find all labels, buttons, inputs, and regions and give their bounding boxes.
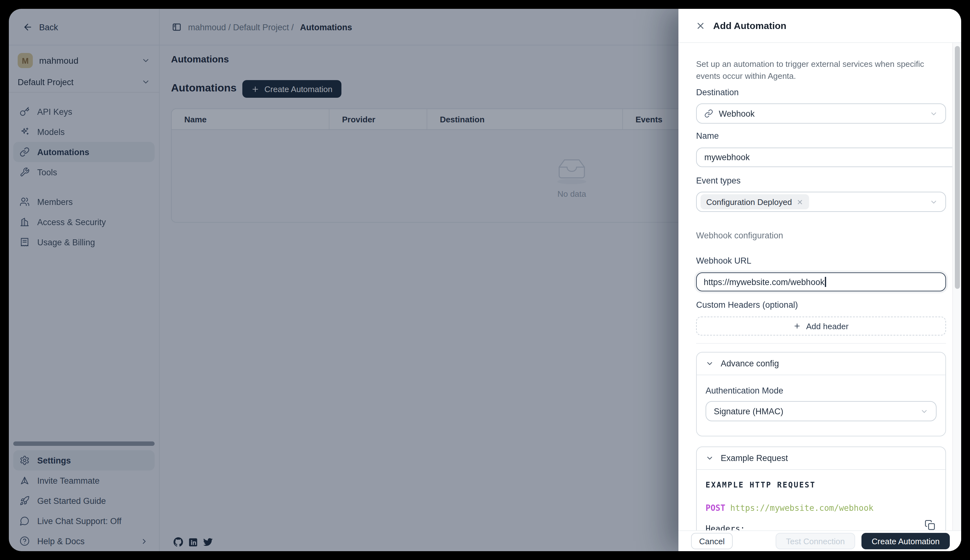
advance-config-panel: Advance config Authentication Mode Signa… xyxy=(696,352,946,437)
destination-label: Destination xyxy=(696,88,946,97)
remove-tag-icon[interactable] xyxy=(796,198,803,205)
drawer-footer: Cancel Test Connection Create Automation xyxy=(679,530,961,551)
destination-select[interactable]: Webhook xyxy=(696,103,946,123)
add-header-button[interactable]: Add header xyxy=(696,317,946,335)
drawer-scrollbar[interactable] xyxy=(952,43,961,530)
drawer-scrollbar-thumb[interactable] xyxy=(955,46,960,289)
webhook-url-input[interactable]: https://mywebsite.com/webhook xyxy=(696,272,946,292)
webhook-url-value: https://mywebsite.com/webhook xyxy=(704,277,824,287)
authentication-mode-select[interactable]: Signature (HMAC) xyxy=(706,401,937,421)
example-request-body: EXAMPLE HTTP REQUEST POST https://mywebs… xyxy=(697,480,945,530)
close-icon[interactable] xyxy=(696,21,706,31)
webhook-url-label: Webhook URL xyxy=(696,256,946,265)
divider xyxy=(696,343,946,344)
create-automation-submit-button[interactable]: Create Automation xyxy=(861,533,950,549)
clipped-code-line: Headers: xyxy=(706,524,937,530)
plus-icon xyxy=(794,322,801,330)
example-http-request-caption: EXAMPLE HTTP REQUEST xyxy=(706,480,937,489)
advance-config-body: Authentication Mode Signature (HMAC) xyxy=(697,386,945,421)
screen: Back mahmoud / Default Project / Automat… xyxy=(0,0,970,560)
chevron-down-icon xyxy=(930,109,938,118)
event-types-label: Event types xyxy=(696,176,946,185)
app-window: Back mahmoud / Default Project / Automat… xyxy=(9,9,961,551)
authentication-mode-label: Authentication Mode xyxy=(706,386,937,395)
name-label: Name xyxy=(696,131,946,141)
example-request-toggle[interactable]: Example Request xyxy=(697,447,945,470)
link-icon xyxy=(704,109,713,118)
drawer-title: Add Automation xyxy=(713,20,786,31)
add-automation-drawer: Add Automation Set up an automation to t… xyxy=(679,9,961,551)
copy-icon[interactable] xyxy=(925,520,935,530)
example-request-panel: Example Request EXAMPLE HTTP REQUEST POS… xyxy=(696,447,946,530)
custom-headers-label: Custom Headers (optional) xyxy=(696,300,946,310)
text-cursor xyxy=(825,277,826,287)
drawer-description: Set up an automation to trigger external… xyxy=(696,58,946,82)
event-types-select[interactable]: Configuration Deployed xyxy=(696,192,946,212)
test-connection-button[interactable]: Test Connection xyxy=(776,533,855,549)
advance-config-title: Advance config xyxy=(721,359,779,368)
chevron-down-icon xyxy=(920,407,928,415)
event-type-tag-label: Configuration Deployed xyxy=(706,197,792,207)
http-method: POST xyxy=(706,503,726,513)
event-type-tag: Configuration Deployed xyxy=(701,194,809,209)
cancel-button[interactable]: Cancel xyxy=(691,533,733,549)
authentication-mode-value: Signature (HMAC) xyxy=(714,407,915,416)
chevron-down-icon xyxy=(706,454,714,462)
example-request-title: Example Request xyxy=(721,453,788,463)
advance-config-toggle[interactable]: Advance config xyxy=(697,353,945,375)
name-input[interactable] xyxy=(696,148,952,167)
chevron-down-icon xyxy=(930,198,938,206)
add-header-label: Add header xyxy=(806,321,848,331)
webhook-configuration-heading: Webhook configuration xyxy=(696,231,946,240)
chevron-down-icon xyxy=(706,360,714,368)
http-url: https://mywebsite.com/webhook xyxy=(730,503,873,513)
destination-value: Webhook xyxy=(719,109,924,118)
drawer-body: Set up an automation to trigger external… xyxy=(679,43,952,530)
drawer-header: Add Automation xyxy=(679,9,961,43)
